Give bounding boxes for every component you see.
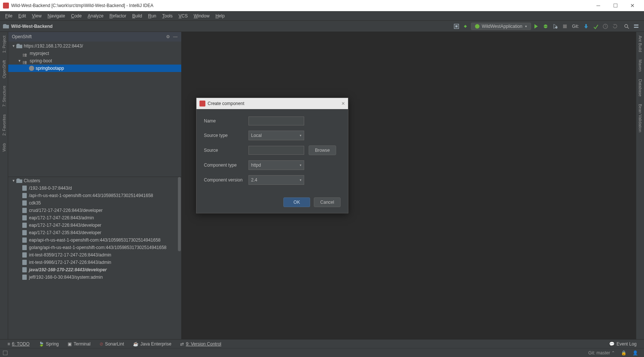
svg-rect-1 [455,25,458,27]
source-type-select[interactable]: Local [248,131,304,140]
cluster-row[interactable]: golang/api-rh-us-east-1-openshift-com:44… [8,244,181,251]
folder-icon [3,24,9,29]
build-icon[interactable] [453,23,459,29]
scrollbar-thumb[interactable] [178,177,181,251]
vcs-commit-icon[interactable] [593,23,599,29]
menu-tools[interactable]: Tools [159,11,176,21]
titlebar: Wild-West-Backend [C:\work\src\tmp\Wild-… [0,0,644,11]
component-type-select[interactable]: httpd [248,160,304,170]
menu-refactor[interactable]: Refactor [107,11,129,21]
browse-button[interactable]: Browse [309,145,336,155]
cluster-label: crud/172-17-247-226:8443/developer [29,207,103,214]
cluster-row[interactable]: eap/172-17-247-235:8443/developer [8,229,181,236]
hector-icon[interactable]: 👤 [630,350,641,356]
left-tab-project[interactable]: 1: Project [1,32,7,56]
dialog-titlebar[interactable]: Create component ✕ [196,98,348,109]
svg-rect-5 [563,24,567,28]
search-icon[interactable] [624,23,630,29]
tree-node-springboot[interactable]: ▼ spring-boot [8,57,181,65]
dialog-close-icon[interactable]: ✕ [341,101,345,106]
cluster-row[interactable]: cdk35 [8,199,181,207]
bottom-je[interactable]: ☕ Java Enterprise [129,341,176,347]
menu-file[interactable]: File [2,11,15,21]
right-tab-beanvalidation[interactable]: Bean Validation [637,100,643,136]
menu-build[interactable]: Build [129,11,145,21]
menu-vcs[interactable]: VCS [176,11,191,21]
menu-run[interactable]: Run [145,11,159,21]
run-config-label: WildWestApplication [482,24,522,29]
hide-icon[interactable]: — [173,34,178,39]
panel-title: OpenShift [12,34,32,39]
tree-node-myproject[interactable]: myproject [8,50,181,57]
menu-analyze[interactable]: Analyze [85,11,107,21]
lock-icon[interactable]: 🔒 [618,350,630,356]
bottom-todo[interactable]: ≡ 6: TODO [3,341,34,347]
coverage-icon[interactable] [552,23,558,29]
gear-icon[interactable]: ⚙ [166,34,170,39]
cluster-row[interactable]: /192-168-0-37:8443/d [8,184,181,192]
tree-node-app[interactable]: springbootapp [8,65,181,72]
vcs-history-icon[interactable] [602,23,608,29]
component-version-select[interactable]: 2.4 [248,175,304,185]
cluster-row[interactable]: eap/api-rh-us-east-1-openshift-com:443/1… [8,236,181,244]
vcs-update-icon[interactable] [583,23,589,29]
menu-view[interactable]: View [29,11,45,21]
right-tab-maven[interactable]: Maven [637,56,643,75]
cluster-row[interactable]: java/192-168-170-222:8443/developer [8,266,181,274]
svg-point-7 [625,24,628,27]
cluster-row[interactable]: eap/172-17-247-226:8443/developer [8,222,181,229]
run-config-dropdown[interactable]: WildWestApplication [471,23,531,30]
right-tab-database[interactable]: Database [637,75,643,100]
ide-settings-icon[interactable] [633,23,639,29]
cluster-label: cdk35 [29,200,41,206]
maximize-button[interactable]: ☐ [607,0,624,11]
cancel-button[interactable]: Cancel [314,197,341,207]
bottom-terminal[interactable]: ▣ Terminal [63,341,95,347]
toolbar: Wild-West-Backend WildWestApplication Gi… [0,21,644,32]
bottom-vc[interactable]: ⇄ 9: Version Control [176,341,225,347]
openshift-tree: ▼ https://192.168.170.222:8443/ myprojec… [8,42,181,73]
menu-edit[interactable]: Edit [15,11,29,21]
minimize-button[interactable]: ─ [590,0,607,11]
menu-help[interactable]: Help [212,11,228,21]
bottom-eventlog[interactable]: 💬 Event Log [605,341,641,347]
cluster-row[interactable]: crud/172-17-247-226:8443/developer [8,207,181,214]
git-label: Git: [572,24,579,29]
dialog-title: Create component [208,101,244,106]
cluster-row[interactable]: eap/172-17-247-226:8443/admin [8,214,181,222]
svg-point-4 [555,26,557,29]
run-button[interactable] [533,23,539,29]
menu-navigate[interactable]: Navigate [45,11,68,21]
hammer-icon[interactable] [463,23,469,29]
clusters-header-row[interactable]: ▼ Clusters [8,177,181,184]
status-indicator-icon[interactable] [3,351,7,355]
bottom-spring[interactable]: 🍃 Spring [34,341,64,347]
cluster-label: jeff/192-168-0-30:8443/system:admin [29,274,103,281]
cluster-row[interactable]: jeff/192-168-0-30:8443/system:admin [8,274,181,281]
source-input[interactable] [248,146,304,155]
bottom-sonar[interactable]: ⊘ SonarLint [95,341,129,347]
right-tab-antbuild[interactable]: Ant Build [637,32,643,56]
close-button[interactable]: ✕ [624,0,641,11]
cluster-row[interactable]: int-test-9986/172-17-247-226:8443/admin [8,259,181,266]
cluster-row[interactable]: /api-rh-us-east-1-openshift-com:443/1059… [8,192,181,199]
tree-label: myproject [30,50,49,57]
git-branch[interactable]: Git: master ⌃ [585,350,618,356]
right-gutter: Ant BuildMavenDatabaseBean Validation [636,32,644,339]
left-tab-web[interactable]: Web [1,140,7,155]
tree-node-server[interactable]: ▼ https://192.168.170.222:8443/ [8,42,181,50]
debug-button[interactable] [543,23,549,29]
ok-button[interactable]: OK [283,197,310,207]
cluster-row[interactable]: int-test-8359/172-17-247-226:8443/admin [8,251,181,259]
menu-code[interactable]: Code [68,11,85,21]
left-tab-openshift[interactable]: OpenShift [1,56,7,82]
menu-window[interactable]: Window [191,11,212,21]
status-bar: Git: master ⌃ 🔒 👤 [0,348,644,357]
left-tab-favorites[interactable]: 2: Favorites [1,111,7,139]
source-label: Source [204,148,248,153]
name-input[interactable] [248,117,304,125]
vcs-revert-icon[interactable] [612,23,618,29]
breadcrumb[interactable]: Wild-West-Backend [11,24,53,29]
left-tab-structure[interactable]: 7: Structure [1,82,7,111]
component-type-label: Component type [204,163,248,168]
